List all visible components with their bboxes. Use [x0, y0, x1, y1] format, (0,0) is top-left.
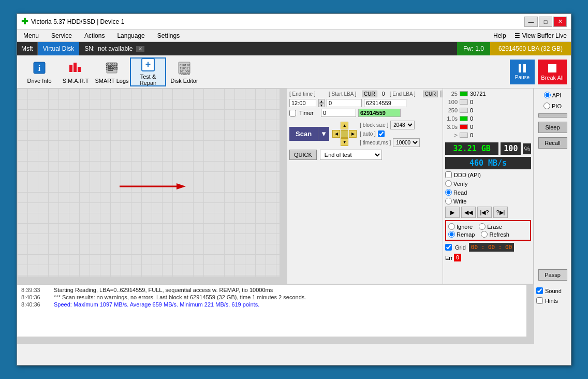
stat-val-250: 0: [470, 107, 486, 113]
log-scrollbar-bottom[interactable]: [17, 337, 534, 344]
log-msg-1: Starting Reading, LBA=0..62914559, FULL,…: [54, 287, 273, 293]
playback-controls: ▶ ◀◀ |◀? ?▶|: [445, 207, 531, 218]
scan-scrollbar-right[interactable]: [280, 89, 287, 284]
play-button[interactable]: ▶: [445, 207, 460, 218]
auto-checkbox[interactable]: [378, 130, 385, 137]
menu-item-settings[interactable]: Settings: [155, 31, 182, 40]
time-spin: ▲ ▼: [318, 99, 325, 107]
pause-button[interactable]: Pause: [510, 60, 535, 84]
stat-bar-3s: [460, 124, 468, 129]
stat-row-250: 250 0: [445, 107, 531, 113]
sleep-button[interactable]: Sleep: [538, 122, 567, 133]
api-row: API: [544, 92, 562, 98]
scan-button[interactable]: Scan: [289, 127, 318, 141]
erase-radio[interactable]: [479, 223, 486, 230]
menu-item-help[interactable]: Help: [491, 31, 508, 40]
auto-label: [ auto ]: [360, 131, 376, 137]
dir-down-button[interactable]: ▼: [341, 138, 348, 146]
break-all-button[interactable]: Break All: [538, 60, 567, 84]
scan-dropdown-button[interactable]: ▼: [318, 127, 329, 141]
dir-right-button[interactable]: ▶: [349, 130, 357, 138]
sound-checkbox[interactable]: [536, 287, 543, 294]
remap-radio[interactable]: [448, 231, 455, 238]
minimize-button[interactable]: —: [524, 17, 538, 27]
timer-checkbox[interactable]: [289, 110, 296, 116]
step-fwd-button[interactable]: ?▶|: [493, 207, 508, 218]
write-radio[interactable]: [445, 198, 452, 205]
pio-slider[interactable]: [538, 113, 567, 118]
scan-arrow: [120, 182, 187, 191]
drive-info-button[interactable]: i Drive Info: [21, 57, 57, 86]
error-row1: Ignore Erase: [448, 223, 528, 230]
menu-item-actions[interactable]: Actions: [82, 31, 107, 40]
svg-text:101000: 101000: [106, 67, 117, 70]
toolbar: i Drive Info S.M.A.R.T: [17, 55, 571, 89]
bottom-area: 8:39:33 Starting Reading, LBA=0..6291455…: [17, 284, 571, 344]
time-spin-down[interactable]: ▼: [318, 103, 325, 107]
timer-end-input[interactable]: [358, 109, 401, 117]
err-display: Err 0: [445, 254, 531, 261]
log-time-1: 8:39:33: [21, 287, 50, 293]
stat-label-25: 25: [445, 91, 458, 97]
view-buffer-icon: ☰: [514, 32, 520, 39]
disk-editor-button[interactable]: 010110 110011 101000 000100 Disk Editor: [166, 57, 202, 86]
stat-val-3s: 0: [470, 124, 486, 130]
recall-button[interactable]: Recall: [538, 137, 567, 149]
dir-center-button[interactable]: [341, 130, 348, 138]
menu-item-language[interactable]: Language: [115, 31, 146, 40]
timeout-select[interactable]: 10000: [393, 138, 420, 147]
ddd-checkbox[interactable]: [445, 171, 452, 178]
ignore-radio[interactable]: [448, 223, 455, 230]
smart-button[interactable]: S.M.A.R.T: [57, 57, 94, 86]
status-vdisk[interactable]: Virtual Disk: [38, 42, 79, 55]
verify-radio[interactable]: [445, 180, 452, 187]
view-buffer-button[interactable]: ☰ View Buffer Live: [514, 32, 567, 39]
menu-item-service[interactable]: Service: [49, 31, 74, 40]
grid-checkbox[interactable]: [445, 244, 452, 251]
svg-text:+: +: [145, 59, 151, 69]
smart-logs-button[interactable]: 010110 110011 101000 SMART Logs: [94, 57, 130, 86]
title-bar-controls: — □ ✕: [524, 17, 567, 27]
end-of-test-select[interactable]: End of test: [320, 150, 382, 160]
dir-up-button[interactable]: ▲: [341, 122, 348, 129]
time-input[interactable]: [289, 99, 316, 107]
auto-row: [ auto ]: [360, 130, 420, 137]
err-value: 0: [454, 254, 462, 261]
start-lba-input[interactable]: [327, 99, 362, 107]
timer-input[interactable]: [321, 109, 356, 117]
stat-bar-100: [460, 99, 468, 105]
api-label: API: [552, 92, 562, 98]
status-fw: Fw: 1.0: [457, 42, 490, 55]
scan-scrollbar-bottom[interactable]: [17, 276, 280, 284]
api-radio[interactable]: [544, 92, 551, 98]
stat-bar-1s: [460, 116, 468, 121]
log-line-1: 8:39:33 Starting Reading, LBA=0..6291455…: [21, 287, 530, 293]
step-back-button[interactable]: |◀?: [477, 207, 492, 218]
time-spin-up[interactable]: ▲: [318, 99, 325, 103]
pio-radio[interactable]: [543, 103, 550, 109]
svg-rect-19: [519, 64, 521, 72]
dir-empty1: [332, 122, 340, 129]
log-msg-3: Speed: Maximum 1097 MB/s. Average 659 MB…: [54, 301, 259, 308]
log-scrollbar[interactable]: [526, 285, 534, 337]
prev-button[interactable]: ◀◀: [461, 207, 476, 218]
block-size-select[interactable]: 2048: [390, 121, 415, 129]
test-repair-icon: +: [140, 57, 156, 72]
restore-button[interactable]: □: [539, 17, 552, 27]
passp-button[interactable]: Passp: [538, 269, 567, 281]
refresh-radio[interactable]: [481, 231, 488, 238]
log-msg-2: *** Scan results: no warnings, no errors…: [54, 294, 306, 300]
sn-close-button[interactable]: ✕: [136, 46, 144, 52]
end-lba-input[interactable]: [364, 99, 406, 107]
error-row2: Remap Refresh: [448, 231, 528, 238]
menu-bar: Menu Service Actions Language Settings H…: [17, 30, 571, 42]
lba-input-row: ▲ ▼: [289, 99, 440, 107]
menu-item-menu[interactable]: Menu: [21, 31, 41, 40]
quick-button[interactable]: QUICK: [289, 150, 317, 160]
timeout-row: [ timeout,ms ] 10000: [360, 138, 420, 147]
dir-left-button[interactable]: ◀: [332, 130, 340, 138]
read-radio[interactable]: [445, 189, 452, 196]
hints-checkbox[interactable]: [536, 297, 543, 304]
test-repair-button[interactable]: + Test & Repair: [130, 57, 166, 86]
close-button[interactable]: ✕: [553, 17, 567, 27]
